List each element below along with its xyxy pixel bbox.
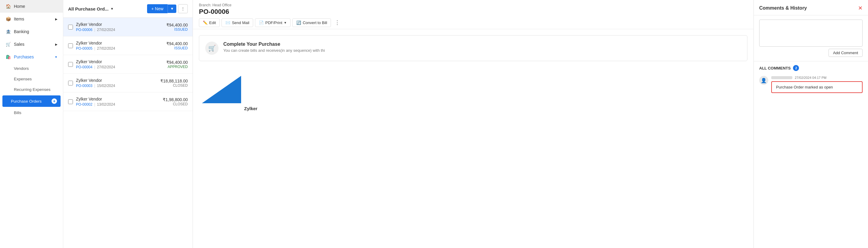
- edit-button[interactable]: ✏️ Edit: [199, 19, 220, 27]
- row-date: 27/02/2024: [97, 65, 115, 69]
- row-checkbox[interactable]: [68, 25, 73, 30]
- sidebar-sub-label: Bills: [14, 110, 22, 115]
- sidebar-item-bills[interactable]: Bills: [0, 107, 63, 118]
- comment-textarea[interactable]: [759, 20, 863, 47]
- vendor-preview-name: Zylker: [244, 106, 257, 111]
- new-button-label: + New: [151, 6, 163, 11]
- convert-to-bill-button[interactable]: 🔄 Convert to Bill: [292, 19, 331, 27]
- po-number[interactable]: PO-00005: [76, 46, 93, 50]
- document-preview-area: Issued Zylker: [199, 67, 747, 115]
- sidebar-item-banking[interactable]: 🏦 Banking: [0, 25, 63, 38]
- ellipsis-icon: ⋮: [181, 6, 185, 11]
- status-badge: CLOSED: [160, 83, 188, 87]
- sidebar-item-purchase-orders[interactable]: Purchase Orders +: [2, 96, 61, 107]
- add-comment-button[interactable]: Add Comment: [829, 49, 863, 57]
- row-checkbox[interactable]: [68, 62, 73, 67]
- po-number[interactable]: PO-00003: [76, 84, 93, 88]
- row-checkbox[interactable]: [68, 99, 73, 104]
- comment-content: 27/02/2024 04:17 PM Purchase Order marke…: [771, 76, 863, 93]
- row-amount: ₹18,88,118.00: [160, 78, 188, 83]
- row-info: Zylker Vendor PO-00004 | 27/02/2024: [76, 59, 163, 69]
- row-info: Zylker Vendor PO-00003 | 15/02/2024: [76, 78, 157, 88]
- po-number[interactable]: PO-00004: [76, 65, 93, 69]
- add-purchase-order-icon[interactable]: +: [52, 98, 57, 104]
- list-title-dropdown[interactable]: All Purchase Ord... ▼: [68, 6, 114, 11]
- row-right: ₹94,400.00 APPROVED: [166, 60, 188, 69]
- comments-count-badge: 2: [793, 65, 799, 71]
- close-comments-button[interactable]: ✕: [858, 5, 863, 11]
- row-amount: ₹94,400.00: [166, 23, 188, 27]
- status-badge: CLOSED: [163, 102, 188, 106]
- pdf-print-label: PDF/Print: [265, 21, 282, 25]
- complete-purchase-desc: You can create bills and receives(in any…: [223, 48, 325, 53]
- po-number-heading: PO-00006: [199, 8, 747, 16]
- toolbar-more-button[interactable]: ⋮: [333, 18, 342, 27]
- comment-input-area: Add Comment: [754, 15, 868, 61]
- chevron-right-icon: ▶: [55, 43, 58, 46]
- pdf-print-button[interactable]: 📄 PDF/Print ▼: [255, 19, 290, 27]
- new-dropdown-button[interactable]: ▼: [167, 4, 176, 13]
- status-badge: APPROVED: [166, 65, 188, 69]
- status-badge: ISSUED: [166, 27, 188, 32]
- list-panel: All Purchase Ord... ▼ + New ▼ ⋮ Zylker V…: [63, 0, 193, 248]
- vendor-name: Zylker Vendor: [76, 59, 163, 64]
- sidebar-item-sales[interactable]: 🛒 Sales ▶: [0, 38, 63, 50]
- sidebar-item-items[interactable]: 📦 Items ▶: [0, 13, 63, 25]
- status-badge: ISSUED: [166, 46, 188, 50]
- sidebar-item-vendors[interactable]: Vendors: [0, 63, 63, 74]
- purchases-icon: 🛍️: [5, 54, 11, 60]
- chevron-right-icon: ▶: [55, 17, 58, 21]
- vendor-name: Zylker Vendor: [76, 22, 163, 27]
- sidebar-item-label: Items: [14, 16, 24, 22]
- send-mail-button[interactable]: ✉️ Send Mail: [221, 19, 253, 27]
- row-checkbox[interactable]: [68, 81, 73, 85]
- home-icon: 🏠: [5, 4, 11, 9]
- sales-icon: 🛒: [5, 41, 11, 47]
- row-date: 27/02/2024: [97, 28, 115, 32]
- comment-bubble: Purchase Order marked as open: [771, 81, 863, 93]
- comment-item: 👤 27/02/2024 04:17 PM Purchase Order mar…: [759, 76, 863, 93]
- banking-icon: 🏦: [5, 29, 11, 34]
- avatar-placeholder-icon: 👤: [761, 78, 767, 83]
- row-amount: ₹94,400.00: [166, 60, 188, 65]
- row-date: 13/02/2024: [97, 102, 115, 107]
- items-icon: 📦: [5, 16, 11, 22]
- sidebar-sub-label: Recurring Expenses: [14, 87, 51, 92]
- detail-toolbar: ✏️ Edit ✉️ Send Mail 📄 PDF/Print ▼ 🔄 Con…: [199, 18, 747, 27]
- comments-header: Comments & History ✕: [754, 0, 868, 15]
- convert-icon: 🔄: [296, 21, 301, 25]
- sidebar-item-label: Banking: [14, 29, 29, 34]
- convert-to-bill-label: Convert to Bill: [303, 21, 327, 25]
- list-item[interactable]: Zylker Vendor PO-00004 | 27/02/2024 ₹94,…: [63, 55, 193, 74]
- sidebar-item-label: Home: [14, 4, 25, 9]
- row-right: ₹94,400.00 ISSUED: [166, 41, 188, 50]
- list-title-text: All Purchase Ord...: [68, 6, 108, 11]
- row-checkbox[interactable]: [68, 43, 73, 48]
- list-item[interactable]: Zylker Vendor PO-00005 | 27/02/2024 ₹94,…: [63, 36, 193, 55]
- comments-title: Comments & History: [759, 5, 807, 11]
- add-comment-label: Add Comment: [833, 50, 858, 55]
- list-item[interactable]: Zylker Vendor PO-00002 | 13/02/2024 ₹1,9…: [63, 93, 193, 111]
- sidebar-item-expenses[interactable]: Expenses: [0, 74, 63, 84]
- po-number[interactable]: PO-00006: [76, 28, 93, 32]
- sidebar-item-purchases[interactable]: 🛍️ Purchases ▼: [0, 50, 63, 63]
- sidebar-sub-label: Vendors: [14, 66, 29, 71]
- chevron-down-icon: ▼: [284, 21, 287, 24]
- po-number[interactable]: PO-00002: [76, 102, 93, 107]
- branch-label: Branch: Head Office: [199, 3, 747, 7]
- sidebar-item-home[interactable]: 🏠 Home: [0, 0, 63, 13]
- row-meta: PO-00006 | 27/02/2024: [76, 28, 163, 32]
- sidebar-item-recurring-expenses[interactable]: Recurring Expenses: [0, 84, 63, 95]
- row-info: Zylker Vendor PO-00002 | 13/02/2024: [76, 97, 160, 107]
- cart-icon: 🛒: [205, 41, 218, 55]
- list-item[interactable]: Zylker Vendor PO-00003 | 15/02/2024 ₹18,…: [63, 74, 193, 93]
- row-info: Zylker Vendor PO-00005 | 27/02/2024: [76, 41, 163, 50]
- new-main-button[interactable]: + New: [147, 4, 167, 13]
- more-options-button[interactable]: ⋮: [178, 4, 188, 13]
- list-item[interactable]: Zylker Vendor PO-00006 | 27/02/2024 ₹94,…: [63, 18, 193, 36]
- sidebar-sub-label: Purchase Orders: [11, 99, 41, 104]
- list-header: All Purchase Ord... ▼ + New ▼ ⋮: [63, 0, 193, 18]
- row-right: ₹1,98,800.00 CLOSED: [163, 97, 188, 106]
- all-comments-label: ALL COMMENTS: [759, 66, 790, 70]
- comment-meta: 27/02/2024 04:17 PM: [771, 76, 863, 79]
